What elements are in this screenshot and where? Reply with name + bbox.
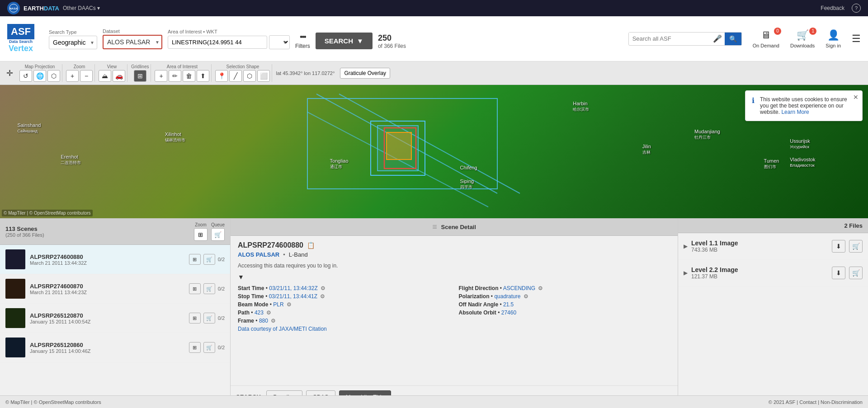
mic-icon[interactable]: 🎤 <box>710 33 725 45</box>
file-size: 121.37 MB <box>691 273 828 280</box>
point-tool-button[interactable]: 📍 <box>215 70 228 82</box>
line-tool-button[interactable]: ╱ <box>229 70 242 82</box>
on-demand-label: On Demand <box>753 43 779 48</box>
queue-scenes-button[interactable]: 🛒 <box>211 228 225 241</box>
bbox-tool-button[interactable]: ⬜ <box>257 70 270 82</box>
city-tumen: Tumen图们市 <box>764 158 779 170</box>
view-terrain-button[interactable]: ⛰ <box>99 70 111 82</box>
file-expand-icon[interactable]: ▶ <box>684 243 688 249</box>
drag-handle[interactable]: ≡ <box>432 222 437 232</box>
file-cart-button[interactable]: 🛒 <box>849 240 863 253</box>
map-projection-label: Map Projection <box>25 64 55 69</box>
results-count: 250 of 366 Files <box>378 33 406 49</box>
scene-zoom-button[interactable]: ⊞ <box>189 313 201 324</box>
polarization-field: Polarization • quadrature ⚙ <box>459 293 671 300</box>
scene-count: 0/2 <box>218 315 225 321</box>
copy-scene-name-button[interactable]: 📋 <box>307 242 315 249</box>
filters-button[interactable]: ••• Filters <box>295 33 310 49</box>
path-settings-icon[interactable]: ⚙ <box>266 310 271 316</box>
area-of-interest-section: Area of Interest + ✏ 🗑 ⬆ <box>153 64 212 82</box>
aoi-add-button[interactable]: + <box>155 70 167 82</box>
svg-text:NASA: NASA <box>9 7 18 10</box>
search-type-wrapper: Geographic <box>49 36 97 49</box>
file-name: Level 1.1 Image <box>691 239 828 247</box>
scene-item[interactable]: ALPSRP265120860 January 15 2011 14:00:46… <box>0 333 230 362</box>
svg-rect-9 <box>387 132 411 159</box>
scene-zoom-button[interactable]: ⊞ <box>189 342 201 353</box>
scene-cart-button[interactable]: 🛒 <box>203 313 215 324</box>
downloads-button[interactable]: 🛒 1 Downloads <box>790 29 815 48</box>
beam-mode-settings-icon[interactable]: ⚙ <box>287 301 292 308</box>
search-button[interactable]: SEARCH ▼ <box>316 33 373 49</box>
search-type-select[interactable]: Geographic <box>49 36 97 49</box>
scene-info: ALPSRP274600880 March 21 2011 13:44:32Z <box>30 253 184 266</box>
file-download-button[interactable]: ⬇ <box>832 267 845 279</box>
aoi-upload-button[interactable]: ⬆ <box>197 70 209 82</box>
city-erenhot: Erenhot二连浩特市 <box>61 154 81 166</box>
scene-item[interactable]: ALPSRP265120870 January 15 2011 14:00:54… <box>0 304 230 333</box>
scene-cart-button[interactable]: 🛒 <box>203 283 215 294</box>
stop-time-settings-icon[interactable]: ⚙ <box>320 293 325 300</box>
projection-back-button[interactable]: ↺ <box>19 70 32 82</box>
file-item: ▶ Level 2.2 Image 121.37 MB ⬇ 🛒 <box>678 260 868 286</box>
sign-in-button[interactable]: 👤 Sign in <box>826 29 841 48</box>
detail-dataset-name[interactable]: ALOS PALSAR <box>238 251 279 258</box>
scene-item[interactable]: ALPSRP274600880 March 21 2011 13:44:32Z … <box>0 245 230 274</box>
results-of: of 366 Files <box>378 43 406 49</box>
scene-cart-button[interactable]: 🛒 <box>203 254 215 265</box>
flight-dir-settings-icon[interactable]: ⚙ <box>538 285 543 291</box>
city-xilinhot: Xilinhot锡林浩特市 <box>165 131 185 143</box>
cookie-learn-more-link[interactable]: Learn More <box>781 109 809 115</box>
start-time-field: Start Time • 03/21/11, 13:44:32Z ⚙ <box>238 285 450 291</box>
scene-zoom-button[interactable]: ⊞ <box>189 254 201 265</box>
map-container[interactable]: SainshandСайншанд Erenhot二连浩特市 Xilinhot锡… <box>0 85 868 218</box>
city-vladivostok: VladivostokВладивосток <box>790 157 815 168</box>
wkt-dropdown-wrapper <box>269 35 290 49</box>
global-search-input[interactable] <box>629 33 710 45</box>
detail-separator: • <box>283 251 285 258</box>
area-label: Area of Interest • WKT <box>168 29 290 34</box>
view-satellite-button[interactable]: 🚗 <box>113 70 125 82</box>
other-daacs-button[interactable]: Other DAACs ▾ <box>63 5 100 11</box>
polygon-tool-button[interactable]: ⬡ <box>243 70 256 82</box>
start-time-settings-icon[interactable]: ⚙ <box>321 285 326 291</box>
wkt-input[interactable] <box>168 36 267 49</box>
help-button[interactable]: ? <box>852 4 861 13</box>
scene-zoom-button[interactable]: ⊞ <box>189 283 201 294</box>
gridlines-button[interactable]: ⊞ <box>134 70 146 82</box>
on-demand-button[interactable]: 🖥 0 On Demand <box>753 29 779 48</box>
projection-globe-button[interactable]: 🌐 <box>33 70 46 82</box>
flight-direction-field: Flight Direction • ASCENDING ⚙ <box>459 285 671 291</box>
asf-logo-box: ASF <box>7 24 34 39</box>
zoom-tool-label: Zoom <box>195 222 207 227</box>
files-count: 2 Files <box>844 222 863 229</box>
scene-item[interactable]: ALPSRP274600870 March 21 2011 13:44:23Z … <box>0 274 230 304</box>
polarization-settings-icon[interactable]: ⚙ <box>524 293 528 300</box>
file-download-button[interactable]: ⬇ <box>832 240 845 253</box>
hamburger-menu-button[interactable]: ☰ <box>852 33 861 45</box>
data-courtesy-link[interactable]: Data courtesy of JAXA/METI Citation <box>238 326 670 332</box>
frame-settings-icon[interactable]: ⚙ <box>271 318 276 324</box>
zoom-in-button[interactable]: + <box>66 70 79 82</box>
aoi-delete-button[interactable]: 🗑 <box>183 70 195 82</box>
file-expand-icon[interactable]: ▶ <box>684 270 688 276</box>
search-go-button[interactable]: 🔍 <box>725 33 741 45</box>
aoi-draw-button[interactable]: ✏ <box>169 70 181 82</box>
detail-expand-toggle[interactable]: ▼ <box>238 273 670 281</box>
feedback-button[interactable]: Feedback <box>821 5 844 11</box>
zoom-scenes-button[interactable]: ⊞ <box>194 228 208 241</box>
projection-map-button[interactable]: ⬡ <box>47 70 60 82</box>
wkt-dropdown[interactable] <box>269 35 290 49</box>
on-demand-badge: 0 <box>774 28 781 35</box>
scenes-panel: 113 Scenes (250 of 366 Files) Zoom ⊞ Que… <box>0 219 231 408</box>
file-cart-button[interactable]: 🛒 <box>849 267 863 279</box>
off-nadir-field: Off Nadir Angle • 21.5 <box>459 301 671 308</box>
wkt-field-container: Area of Interest • WKT <box>168 29 290 49</box>
zoom-out-button[interactable]: − <box>80 70 93 82</box>
scene-date: March 21 2011 13:44:32Z <box>30 260 184 266</box>
move-tool[interactable]: ✛ <box>4 68 16 78</box>
scene-cart-button[interactable]: 🛒 <box>203 342 215 353</box>
cookie-close-button[interactable]: ✕ <box>853 94 859 101</box>
filters-dots-icon: ••• <box>300 33 306 42</box>
dataset-select[interactable]: ALOS PALSAR <box>103 35 162 49</box>
